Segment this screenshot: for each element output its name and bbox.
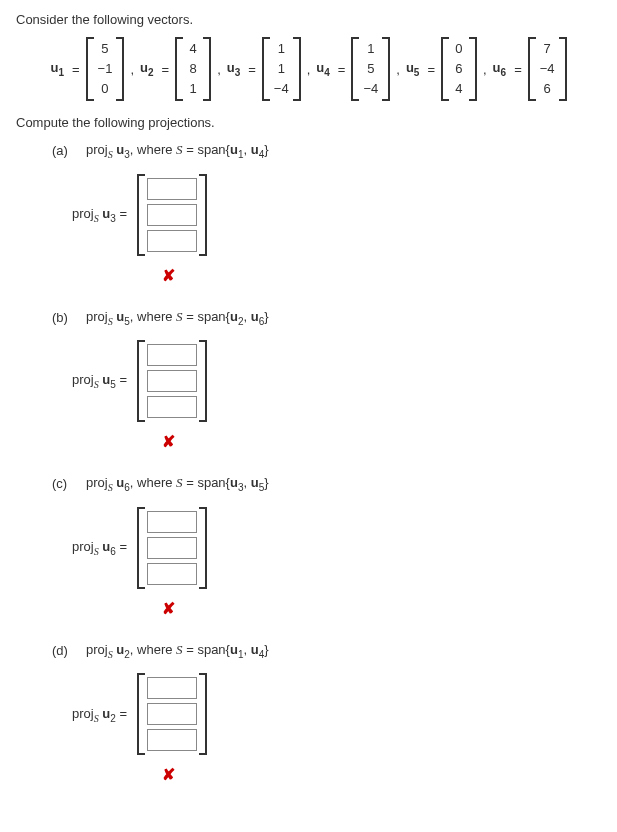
part-d: (d) projS u2, where S = span{u1, u4} pro… bbox=[16, 642, 601, 785]
part-a: (a) projS u3, where S = span{u1, u4} pro… bbox=[16, 142, 601, 285]
u4-label: u4 bbox=[316, 60, 330, 78]
part-b-answer: projS u5 = bbox=[52, 340, 601, 422]
part-d-lhs: projS u2 = bbox=[72, 706, 127, 724]
part-a-input-3[interactable] bbox=[147, 230, 197, 252]
part-c-lhs: projS u6 = bbox=[72, 539, 127, 557]
part-d-input-1[interactable] bbox=[147, 677, 197, 699]
u5-vec: 064 bbox=[441, 37, 477, 101]
comma: , bbox=[130, 62, 134, 77]
u2-label: u2 bbox=[140, 60, 154, 78]
part-c-label: (c) bbox=[52, 476, 78, 491]
part-c-x-icon: ✘ bbox=[52, 599, 601, 618]
part-a-desc: projS u3, where S = span{u1, u4} bbox=[86, 142, 269, 160]
part-d-input-2[interactable] bbox=[147, 703, 197, 725]
part-c-desc: projS u6, where S = span{u3, u5} bbox=[86, 475, 269, 493]
u3-label: u3 bbox=[227, 60, 241, 78]
part-a-label: (a) bbox=[52, 143, 78, 158]
part-b-heading: (b) projS u5, where S = span{u2, u6} bbox=[52, 309, 601, 327]
part-a-input-1[interactable] bbox=[147, 178, 197, 200]
u3-vec: 11−4 bbox=[262, 37, 301, 101]
part-a-heading: (a) projS u3, where S = span{u1, u4} bbox=[52, 142, 601, 160]
part-d-x-icon: ✘ bbox=[52, 765, 601, 784]
part-d-input-3[interactable] bbox=[147, 729, 197, 751]
part-d-input-vector bbox=[137, 673, 207, 755]
part-d-label: (d) bbox=[52, 643, 78, 658]
part-b: (b) projS u5, where S = span{u2, u6} pro… bbox=[16, 309, 601, 452]
part-a-answer: projS u3 = bbox=[52, 174, 601, 256]
u1-label: u1 bbox=[50, 60, 64, 78]
u5-label: u5 bbox=[406, 60, 420, 78]
part-b-lhs: projS u5 = bbox=[72, 372, 127, 390]
part-b-input-2[interactable] bbox=[147, 370, 197, 392]
u1-vec: 5−10 bbox=[86, 37, 125, 101]
part-c-input-vector bbox=[137, 507, 207, 589]
part-c-input-3[interactable] bbox=[147, 563, 197, 585]
part-b-desc: projS u5, where S = span{u2, u6} bbox=[86, 309, 269, 327]
u6-label: u6 bbox=[493, 60, 507, 78]
intro-text: Consider the following vectors. bbox=[16, 12, 601, 27]
part-b-x-icon: ✘ bbox=[52, 432, 601, 451]
part-c-input-2[interactable] bbox=[147, 537, 197, 559]
part-c-answer: projS u6 = bbox=[52, 507, 601, 589]
part-c: (c) projS u6, where S = span{u3, u5} pro… bbox=[16, 475, 601, 618]
part-d-answer: projS u2 = bbox=[52, 673, 601, 755]
u2-vec: 481 bbox=[175, 37, 211, 101]
part-b-input-vector bbox=[137, 340, 207, 422]
vectors-row: u1 = 5−10 , u2 = 481 , u3 = 11−4 , u4 = … bbox=[16, 37, 601, 101]
part-a-input-2[interactable] bbox=[147, 204, 197, 226]
part-b-input-1[interactable] bbox=[147, 344, 197, 366]
u4-vec: 15−4 bbox=[351, 37, 390, 101]
part-d-desc: projS u2, where S = span{u1, u4} bbox=[86, 642, 269, 660]
part-b-input-3[interactable] bbox=[147, 396, 197, 418]
part-a-input-vector bbox=[137, 174, 207, 256]
part-c-heading: (c) projS u6, where S = span{u3, u5} bbox=[52, 475, 601, 493]
compute-text: Compute the following projections. bbox=[16, 115, 601, 130]
u6-vec: 7−46 bbox=[528, 37, 567, 101]
part-d-heading: (d) projS u2, where S = span{u1, u4} bbox=[52, 642, 601, 660]
equals: = bbox=[72, 62, 80, 77]
part-a-lhs: projS u3 = bbox=[72, 206, 127, 224]
part-b-label: (b) bbox=[52, 310, 78, 325]
part-a-x-icon: ✘ bbox=[52, 266, 601, 285]
part-c-input-1[interactable] bbox=[147, 511, 197, 533]
